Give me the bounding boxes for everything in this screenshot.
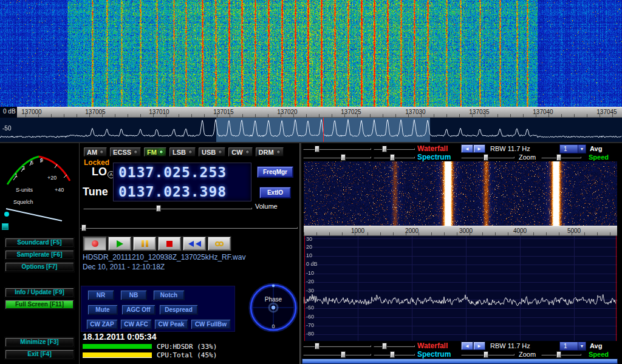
agc-off-button[interactable]: AGC Off <box>121 305 156 315</box>
mute-button[interactable]: Mute <box>87 305 118 315</box>
s-meter[interactable]: 1 3 5 9 +20 +40 S-units Squelch <box>1 146 78 222</box>
zoom-waterfall-display[interactable] <box>304 161 617 226</box>
shift-right-button[interactable]: ► <box>473 144 485 153</box>
rewind-button[interactable] <box>183 237 206 251</box>
divider-vertical-left <box>79 143 80 364</box>
avg-select[interactable]: 1 ▼ <box>559 342 586 351</box>
avg-select-value: 1 <box>560 343 578 349</box>
shift-left-button[interactable]: ◄ <box>461 144 473 153</box>
spectrum-range-slider[interactable] <box>374 153 415 161</box>
dropdown-arrow-icon[interactable]: ▼ <box>578 145 586 153</box>
af-waterfall-strip[interactable] <box>302 359 618 364</box>
play-icon <box>117 240 123 248</box>
smeter-option-button[interactable] <box>2 223 9 230</box>
waterfall-shift-control: ◄ ► <box>461 144 485 153</box>
db-axis-low-label: -50 <box>2 125 11 132</box>
mode-button-usb[interactable]: USB <box>198 147 226 157</box>
cw-zap-button[interactable]: CW ZAP <box>86 319 118 329</box>
cpu-hdsdr-label: CPU:HDSDR (33%) <box>157 343 217 351</box>
zoom-spectrum-panel: 30 20 10 0 dB -10 -20 -30 -40 -50 -60 -7… <box>304 236 617 341</box>
db-label: -60 <box>306 314 314 320</box>
cw-afc-button[interactable]: CW AFC <box>120 319 152 329</box>
clock-display: 18.12.2011 0:05:34 <box>83 332 156 342</box>
tuning-offset-thumb[interactable] <box>81 224 86 231</box>
mode-button-lsb[interactable]: LSB <box>169 147 196 157</box>
samplerate-button[interactable]: Samplerate [F6] <box>5 250 74 260</box>
dropdown-arrow-icon[interactable]: ▼ <box>578 342 586 350</box>
despread-button[interactable]: Despread <box>159 305 198 315</box>
speed-slider[interactable] <box>541 351 581 358</box>
ruler-label: 137015 <box>213 109 233 115</box>
ruler-label: 137005 <box>85 109 105 115</box>
waterfall-label: Waterfall <box>417 144 448 153</box>
cw-fullbw-button[interactable]: CW FullBw <box>191 319 231 329</box>
zoom-frequency-ruler[interactable]: 1000 2000 3000 4000 5000 <box>304 226 617 236</box>
main-spectrum-display[interactable] <box>0 118 622 142</box>
record-button[interactable] <box>83 237 106 251</box>
waterfall-brightness-slider[interactable] <box>303 145 371 152</box>
info-update-button[interactable]: Info / Update [F9] <box>5 288 74 297</box>
ruler-label: 137020 <box>277 109 297 115</box>
lo-frequency-value[interactable]: 0137.025.253 <box>118 164 248 181</box>
phase-dot <box>272 306 275 309</box>
main-waterfall-display[interactable] <box>0 0 622 107</box>
divider-vertical-right <box>299 143 301 364</box>
avg-label: Avg <box>590 342 602 349</box>
db-label: -70 <box>306 322 314 328</box>
phase-scope[interactable]: Phase 0 <box>247 279 299 334</box>
volume-slider[interactable] <box>83 204 252 212</box>
extio-button[interactable]: ExtIO <box>259 187 291 198</box>
shift-left-button[interactable]: ◄ <box>461 342 473 350</box>
notch-button[interactable]: Notch <box>153 290 185 300</box>
play-button[interactable] <box>108 237 131 251</box>
main-frequency-ruler[interactable]: 137000 137005 137010 137015 137020 13702… <box>0 107 622 118</box>
zoom-spectrum-display[interactable] <box>304 236 617 341</box>
spectrum-ref-slider[interactable] <box>303 351 371 358</box>
avg-select[interactable]: 1 ▼ <box>559 144 586 153</box>
mode-button-fm[interactable]: FM <box>143 147 167 157</box>
mode-led-fm <box>159 150 163 154</box>
mode-button-ecss[interactable]: ECSS <box>109 147 142 157</box>
nb-button[interactable]: NB <box>120 290 147 300</box>
nr-button[interactable]: NR <box>87 290 114 300</box>
cw-peak-button[interactable]: CW Peak <box>154 319 188 329</box>
waterfall-contrast-slider[interactable] <box>374 145 415 152</box>
smeter-scale-p20: +20 <box>47 175 56 181</box>
db-label: -50 <box>306 305 314 311</box>
mode-button-am[interactable]: AM <box>83 147 108 157</box>
speed-label: Speed <box>589 351 609 358</box>
stop-button[interactable] <box>158 237 181 251</box>
zoom-slider[interactable] <box>461 153 514 161</box>
zoom-label: Zoom <box>519 153 536 161</box>
tune-frequency-value[interactable]: 0137.023.398 <box>118 184 248 200</box>
recording-file-name: HDSDR_20111210_120938Z_137025kHz_RF.wav <box>83 253 245 261</box>
tuning-offset-slider[interactable] <box>80 224 298 231</box>
spectrum-ref-slider[interactable] <box>303 153 371 161</box>
rbw-label: RBW 11.7 Hz <box>490 342 530 349</box>
mode-button-cw[interactable]: CW <box>228 147 253 157</box>
zoom-slider[interactable] <box>461 351 514 358</box>
minimize-button[interactable]: Minimize [F3] <box>5 337 74 347</box>
options-button[interactable]: Options [F7] <box>5 262 74 272</box>
squelch-handle[interactable] <box>4 212 9 217</box>
rbw-label: RBW 11.7 Hz <box>490 145 530 152</box>
mode-button-drm[interactable]: DRM <box>255 147 284 157</box>
volume-slider-thumb[interactable] <box>156 205 161 212</box>
waterfall-brightness-slider[interactable] <box>303 342 371 349</box>
full-screen-button[interactable]: Full Screen [F11] <box>5 300 74 309</box>
freq-mgr-button[interactable]: FreqMgr <box>257 166 293 178</box>
speed-slider[interactable] <box>541 153 581 161</box>
waterfall-contrast-slider[interactable] <box>374 342 415 349</box>
loop-button[interactable] <box>208 237 231 251</box>
phase-label: Phase <box>265 296 282 303</box>
pause-button[interactable] <box>133 237 156 251</box>
smeter-scale-1: 1 <box>15 172 18 178</box>
db-label: 0 dB <box>306 261 318 267</box>
exit-button[interactable]: Exit [F4] <box>5 349 74 359</box>
soundcard-button[interactable]: Soundcard [F5] <box>5 238 74 248</box>
smeter-scale-p40: +40 <box>55 187 64 193</box>
smeter-squelch-label: Squelch <box>13 199 33 205</box>
hdsdr-window: 137000 137005 137010 137015 137020 13702… <box>0 0 622 364</box>
shift-right-button[interactable]: ► <box>473 342 485 350</box>
spectrum-range-slider[interactable] <box>374 351 415 358</box>
